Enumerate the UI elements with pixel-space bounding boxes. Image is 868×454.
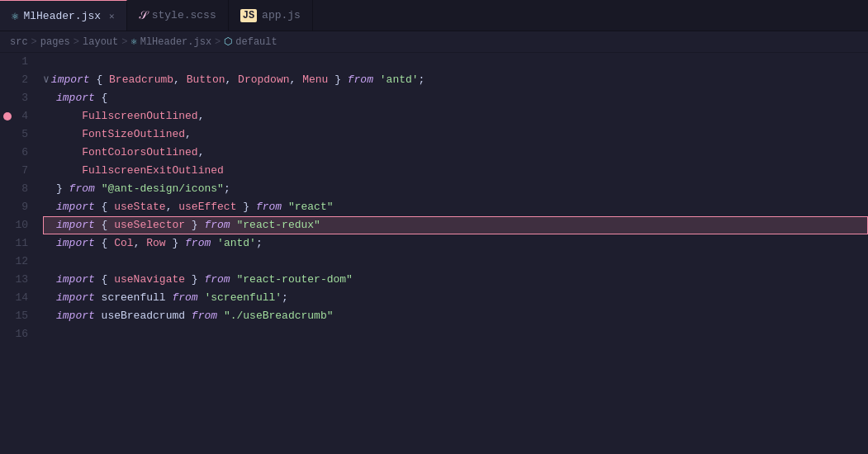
tab-label: MlHeader.jsx	[23, 10, 101, 22]
breadcrumb-layout[interactable]: layout	[83, 36, 118, 48]
tab-mlheader[interactable]: ⚛ MlHeader.jsx ✕	[0, 0, 127, 31]
code-line-4: FullscreenOutlined ,	[43, 107, 868, 125]
line-num-2: 2	[0, 71, 28, 89]
line-num-4: 4	[0, 107, 28, 125]
line-num-12: 12	[0, 253, 28, 271]
line-num-15: 15	[0, 307, 28, 325]
code-line-7: FullscreenExitOutlined	[43, 162, 868, 180]
line-num-14: 14	[0, 289, 28, 307]
code-line-16	[43, 325, 868, 343]
react-icon: ⚛	[12, 9, 18, 23]
line-num-8: 8	[0, 180, 28, 198]
breadcrumb-default-icon: ⬡	[224, 35, 232, 48]
code-line-5: FontSizeOutlined ,	[43, 125, 868, 144]
line-num-1: 1	[0, 53, 28, 71]
code-content: ∨ import { Breadcrumb , Button , Dropdow…	[36, 53, 868, 451]
line-num-6: 6	[0, 144, 28, 162]
tab-label: app.js	[262, 9, 301, 21]
breadcrumb-src[interactable]: src	[10, 36, 28, 48]
code-line-12	[43, 253, 868, 271]
code-line-13: import { useNavigate } from "react-route…	[43, 271, 868, 289]
sep2: >	[74, 36, 79, 48]
js-icon: JS	[240, 9, 257, 22]
line-num-16: 16	[0, 325, 28, 343]
code-line-2: ∨ import { Breadcrumb , Button , Dropdow…	[43, 71, 868, 89]
tab-style[interactable]: 𝒮 style.scss	[127, 0, 229, 31]
sep1: >	[31, 36, 37, 48]
code-line-8: } from "@ant-design/icons" ;	[43, 180, 868, 198]
line-num-5: 5	[0, 125, 28, 144]
code-line-10[interactable]: import { useSelector } from "react-redux…	[43, 216, 868, 234]
code-line-9: import { useState , useEffect } from "re…	[43, 198, 868, 216]
breadcrumb-default[interactable]: default	[235, 36, 277, 48]
breadcrumb-mlheader[interactable]: MlHeader.jsx	[140, 36, 211, 48]
keyword-import-2: import	[51, 71, 90, 89]
line-num-7: 7	[0, 162, 28, 180]
tab-bar: ⚛ MlHeader.jsx ✕ 𝒮 style.scss JS app.js	[0, 0, 868, 31]
line-numbers: 1 2 3 4 5 6 7 8 9 10 11 12 13 14 15 16	[0, 53, 36, 451]
tab-label: style.scss	[152, 9, 216, 21]
line-num-13: 13	[0, 271, 28, 289]
breakpoint-indicator	[3, 112, 12, 121]
breadcrumb-pages[interactable]: pages	[40, 36, 70, 48]
code-line-11: import { Col , Row } from 'antd' ;	[43, 234, 868, 253]
line-num-11: 11	[0, 234, 28, 253]
code-line-14: import screenfull from 'screenfull' ;	[43, 289, 868, 307]
code-line-6: FontColorsOutlined ,	[43, 144, 868, 162]
sep3: >	[121, 36, 127, 48]
scss-icon: 𝒮	[139, 9, 147, 22]
line-num-10: 10	[0, 216, 28, 234]
fold-arrow-2[interactable]: ∨	[43, 71, 50, 89]
breadcrumb: src > pages > layout > ⚛ MlHeader.jsx > …	[0, 31, 868, 53]
code-area: 1 2 3 4 5 6 7 8 9 10 11 12 13 14 15 16 ∨…	[0, 53, 868, 451]
tab-close-button[interactable]: ✕	[109, 11, 115, 21]
line-num-9: 9	[0, 198, 28, 216]
sep4: >	[215, 36, 221, 48]
breadcrumb-react-icon: ⚛	[130, 35, 136, 48]
line-num-3: 3	[0, 89, 28, 107]
tab-app[interactable]: JS app.js	[229, 0, 313, 31]
code-line-3: import {	[43, 89, 868, 107]
code-line-15: import useBreadcrumd from "./useBreadcru…	[43, 307, 868, 325]
code-line-1	[43, 53, 868, 71]
